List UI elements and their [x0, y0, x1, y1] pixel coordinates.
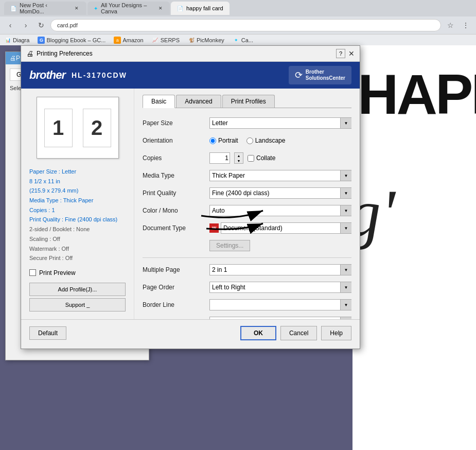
- pref-title-bar: 🖨 Printing Preferences ? ✕: [21, 46, 360, 62]
- card-preview: HAPPY g': [352, 45, 476, 450]
- brother-solutions-center[interactable]: ⟳ Brother SolutionsCenter: [289, 66, 351, 84]
- info-print-quality: Print Quality : Fine (2400 dpi class): [29, 215, 126, 224]
- multiple-page-row: Multiple Page 2 in 1 ▼: [143, 263, 351, 276]
- section-divider-1: [143, 257, 351, 258]
- border-line-control: ▼: [209, 299, 351, 310]
- paper-size-control: Letter ▼: [209, 117, 351, 129]
- tab-favicon-2: ✦: [94, 6, 98, 11]
- page-order-select[interactable]: Left to Right: [209, 282, 351, 293]
- printer-icon: 🖨: [26, 49, 33, 58]
- menu-button[interactable]: ⋮: [460, 19, 472, 31]
- orientation-row: Orientation Portrait Landscape: [143, 134, 351, 147]
- color-mono-label: Color / Mono: [143, 207, 209, 214]
- print-preview-row: Print Preview: [29, 269, 126, 276]
- tab-canva[interactable]: ✦ All Your Designs – Canva ✕: [87, 2, 170, 15]
- document-type-select[interactable]: Document (Standard): [221, 222, 351, 234]
- printing-preferences-dialog: 🖨 Printing Preferences ? ✕ brother HL-31…: [21, 45, 360, 349]
- card-text-happy: HAPPY: [358, 66, 476, 123]
- landscape-radio-label[interactable]: Landscape: [246, 137, 286, 144]
- info-watermark: Watermark : Off: [29, 244, 126, 254]
- info-paper-size: Paper Size : Letter: [29, 167, 126, 177]
- preview-box: 1 2: [37, 97, 119, 159]
- border-line-select[interactable]: [209, 299, 351, 310]
- info-copies: Copies : 1: [29, 205, 126, 215]
- brother-logo: brother: [29, 68, 65, 82]
- info-dimensions: 8 1/2 x 11 in: [29, 177, 126, 186]
- pref-close-button[interactable]: ✕: [348, 49, 355, 58]
- media-type-select[interactable]: Thick Paper: [209, 170, 351, 181]
- reload-button[interactable]: ↻: [35, 19, 47, 31]
- ok-cancel-help-row: OK Cancel Help: [240, 326, 351, 340]
- tab-basic[interactable]: Basic: [143, 95, 175, 108]
- two-sided-control: None ▼: [209, 317, 351, 319]
- copies-label: Copies: [143, 154, 209, 162]
- media-type-control: Thick Paper ▼: [209, 170, 351, 181]
- forward-button[interactable]: ›: [20, 19, 32, 31]
- paper-size-select[interactable]: Letter: [209, 117, 351, 129]
- copies-up[interactable]: ▲: [235, 153, 243, 158]
- bookmark-diagra[interactable]: 📊 Diagra: [4, 37, 29, 44]
- document-type-label: Document Type: [143, 224, 209, 232]
- bookmark-button[interactable]: ☆: [444, 19, 456, 31]
- tab-print-profiles[interactable]: Print Profiles: [222, 95, 275, 108]
- pref-help-button[interactable]: ?: [336, 49, 345, 58]
- bookmark-icon-blogging: G: [38, 37, 45, 44]
- tab-momdoc[interactable]: 📄 New Post ‹ MomDo... ✕: [4, 2, 86, 15]
- settings-button[interactable]: Settings...: [209, 240, 250, 251]
- print-quality-control: Fine (2400 dpi class) ▼: [209, 187, 351, 199]
- url-text: card.pdf: [57, 22, 78, 28]
- copies-control: ▲ ▼ Collate: [209, 152, 351, 164]
- help-button[interactable]: Help: [321, 326, 351, 340]
- color-mono-select[interactable]: Auto: [209, 205, 351, 216]
- tab-label-1: New Post ‹ MomDo...: [20, 2, 70, 14]
- page-order-label: Page Order: [143, 284, 209, 291]
- add-profile-button[interactable]: Add Profile(J)...: [29, 283, 126, 296]
- info-secure-print: Secure Print : Off: [29, 253, 126, 263]
- bookmark-icon-diagra: 📊: [4, 37, 11, 44]
- tab-close-1[interactable]: ✕: [74, 5, 80, 12]
- bookmark-serps[interactable]: 📈 SERPS: [152, 37, 180, 44]
- cancel-button[interactable]: Cancel: [280, 326, 317, 340]
- support-button[interactable]: Support _: [29, 298, 126, 311]
- portrait-radio-label[interactable]: Portrait: [209, 137, 238, 144]
- color-mono-row: Color / Mono Auto ▼: [143, 204, 351, 217]
- bookmark-label-blogging: Blogging Ebook – GC...: [46, 37, 105, 43]
- back-button[interactable]: ‹: [4, 19, 16, 31]
- bookmark-amazon[interactable]: a Amazon: [114, 37, 143, 44]
- browser-bar: 📄 New Post ‹ MomDo... ✕ ✦ All Your Desig…: [0, 0, 476, 45]
- bookmark-label-picmonkey: PicMonkey: [197, 37, 224, 43]
- print-preview-checkbox[interactable]: [29, 269, 36, 276]
- url-input[interactable]: card.pdf: [50, 19, 441, 31]
- preview-page-2: 2: [83, 109, 111, 147]
- portrait-label: Portrait: [218, 137, 238, 144]
- pref-title-left: 🖨 Printing Preferences: [26, 49, 93, 58]
- bookmark-blogging[interactable]: G Blogging Ebook – GC...: [38, 37, 105, 44]
- tab-happy-card[interactable]: 📄 happy fall card: [171, 2, 230, 15]
- info-media-type: Media Type : Thick Paper: [29, 196, 126, 205]
- print-quality-select[interactable]: Fine (2400 dpi class): [209, 187, 351, 199]
- bookmark-icon-picmonkey: 🐒: [188, 37, 195, 44]
- portrait-radio[interactable]: [209, 137, 216, 144]
- two-sided-select[interactable]: None: [209, 317, 351, 319]
- landscape-radio[interactable]: [246, 137, 253, 144]
- default-button[interactable]: Default: [29, 326, 66, 340]
- two-sided-label: 2-sided / Booklet: [143, 319, 209, 319]
- copies-spinner: ▲ ▼: [234, 152, 243, 164]
- settings-panel: Basic Advanced Print Profiles Paper Size…: [134, 89, 360, 319]
- bookmark-ca[interactable]: ✦ Ca...: [233, 37, 253, 44]
- copies-input[interactable]: [209, 152, 230, 164]
- brother-model: HL-3170CDW: [72, 71, 127, 79]
- pref-dialog-title: Printing Preferences: [37, 50, 93, 57]
- tab-advanced[interactable]: Advanced: [176, 95, 221, 108]
- copies-down[interactable]: ▼: [235, 158, 243, 163]
- page-order-row: Page Order Left to Right ▼: [143, 281, 351, 294]
- tab-close-2[interactable]: ✕: [157, 5, 164, 12]
- multiple-page-select[interactable]: 2 in 1: [209, 264, 351, 275]
- bookmark-icon-ca: ✦: [233, 37, 240, 44]
- bookmark-icon-amazon: a: [114, 37, 121, 44]
- collate-checkbox[interactable]: [248, 155, 254, 162]
- paper-size-row: Paper Size Letter ▼: [143, 116, 351, 130]
- ok-button[interactable]: OK: [240, 326, 276, 340]
- bookmark-label-diagra: Diagra: [13, 37, 29, 43]
- bookmark-picmonkey[interactable]: 🐒 PicMonkey: [188, 37, 224, 44]
